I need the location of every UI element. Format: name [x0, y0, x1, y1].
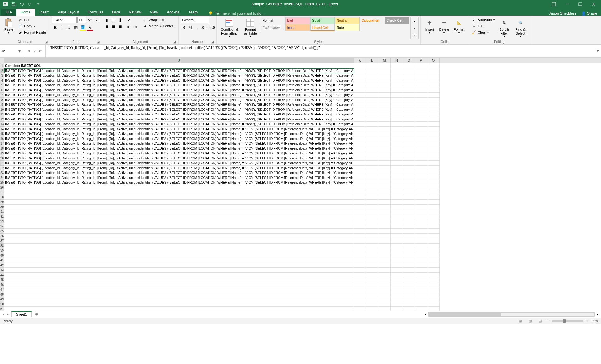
cell-K18[interactable] — [354, 146, 366, 151]
cell-K47[interactable] — [354, 287, 366, 292]
cell-Q50[interactable] — [427, 302, 440, 307]
accounting-button[interactable]: $ — [181, 24, 187, 31]
cell-K51[interactable] — [354, 307, 366, 311]
cell-O23[interactable] — [403, 170, 415, 175]
cell-K17[interactable] — [354, 141, 366, 146]
row-header-35[interactable]: 35 — [0, 229, 4, 234]
cell-P2[interactable] — [415, 68, 427, 73]
row-header-25[interactable]: 25 — [0, 180, 4, 185]
cell-M28[interactable] — [378, 195, 391, 200]
cell-J46[interactable] — [4, 282, 354, 287]
cell-Q51[interactable] — [427, 307, 440, 311]
cell-J18[interactable]: INSERT INTO [RATING] (Location_Id, Categ… — [4, 146, 354, 151]
cell-Q38[interactable] — [427, 244, 440, 249]
cell-K39[interactable] — [354, 248, 366, 253]
cell-N32[interactable] — [391, 214, 403, 219]
row-header-10[interactable]: 10 — [0, 107, 4, 112]
cell-P26[interactable] — [415, 185, 427, 190]
cell-O47[interactable] — [403, 287, 415, 292]
cell-L13[interactable] — [366, 122, 378, 127]
zoom-out-button[interactable]: − — [547, 319, 549, 323]
cell-J36[interactable] — [4, 234, 354, 239]
fill-color-button[interactable]: 🪣 — [80, 24, 86, 31]
cell-K2[interactable] — [354, 68, 366, 73]
cell-P1[interactable] — [415, 63, 427, 68]
cell-L41[interactable] — [366, 258, 378, 263]
cell-O45[interactable] — [403, 277, 415, 282]
row-header-36[interactable]: 36 — [0, 234, 4, 239]
cell-O30[interactable] — [403, 205, 415, 210]
cell-Q28[interactable] — [427, 195, 440, 200]
cell-N28[interactable] — [391, 195, 403, 200]
cell-P37[interactable] — [415, 238, 427, 244]
column-header-Q[interactable]: Q — [427, 58, 440, 63]
cell-P49[interactable] — [415, 297, 427, 302]
cell-O8[interactable] — [403, 98, 415, 103]
tab-data[interactable]: Data — [108, 9, 124, 16]
cell-M21[interactable] — [378, 161, 391, 166]
hscroll-thumb[interactable] — [429, 313, 501, 316]
cell-L31[interactable] — [366, 209, 378, 214]
cell-N46[interactable] — [391, 282, 403, 287]
cell-L51[interactable] — [366, 307, 378, 311]
row-header-15[interactable]: 15 — [0, 131, 4, 136]
hscroll-right[interactable]: ▸ — [595, 312, 600, 316]
cell-P17[interactable] — [415, 141, 427, 146]
cell-Q49[interactable] — [427, 297, 440, 302]
align-right-button[interactable]: ≡ — [117, 24, 123, 30]
cell-P12[interactable] — [415, 117, 427, 122]
cell-L33[interactable] — [366, 219, 378, 224]
fx-button[interactable]: fx — [39, 49, 42, 53]
cell-Q30[interactable] — [427, 205, 440, 210]
cell-K36[interactable] — [354, 234, 366, 239]
hscroll-track[interactable] — [428, 312, 595, 317]
cell-O37[interactable] — [403, 238, 415, 244]
cell-N39[interactable] — [391, 248, 403, 253]
cell-Q46[interactable] — [427, 282, 440, 287]
cell-N26[interactable] — [391, 185, 403, 190]
cell-K8[interactable] — [354, 98, 366, 103]
cell-N3[interactable] — [391, 73, 403, 78]
cell-Q37[interactable] — [427, 238, 440, 244]
enter-formula-button[interactable]: ✓ — [33, 49, 36, 53]
cell-M3[interactable] — [378, 73, 391, 78]
cell-L39[interactable] — [366, 248, 378, 253]
cell-J11[interactable]: INSERT INTO [RATING] (Location_Id, Categ… — [4, 112, 354, 117]
cell-K7[interactable] — [354, 93, 366, 98]
zoom-slider[interactable] — [552, 320, 583, 322]
cell-O3[interactable] — [403, 73, 415, 78]
grow-font-button[interactable]: A↑ — [87, 17, 93, 23]
cell-P3[interactable] — [415, 73, 427, 78]
align-top-button[interactable]: ⬆ — [104, 17, 110, 23]
cell-J31[interactable] — [4, 209, 354, 214]
comma-button[interactable]: , — [194, 24, 201, 31]
cell-M44[interactable] — [378, 273, 391, 278]
cell-L14[interactable] — [366, 127, 378, 132]
cell-K50[interactable] — [354, 302, 366, 307]
cell-O1[interactable] — [403, 63, 415, 68]
cell-N40[interactable] — [391, 253, 403, 258]
alignment-launcher[interactable]: ◢ — [173, 40, 176, 44]
cell-O17[interactable] — [403, 141, 415, 146]
cell-Q8[interactable] — [427, 98, 440, 103]
cell-K12[interactable] — [354, 117, 366, 122]
cell-O31[interactable] — [403, 209, 415, 214]
cell-M50[interactable] — [378, 302, 391, 307]
zoom-thumb[interactable] — [563, 319, 566, 323]
cell-O10[interactable] — [403, 107, 415, 112]
tab-insert[interactable]: Insert — [35, 9, 53, 16]
cell-P31[interactable] — [415, 209, 427, 214]
format-painter-button[interactable]: 🖌Format Painter — [17, 29, 48, 35]
view-pagebreak-button[interactable]: ▤ — [537, 318, 544, 324]
worksheet-grid[interactable]: JKLMNOPQ 1234567891011121314151617181920… — [0, 58, 601, 311]
cell-P42[interactable] — [415, 263, 427, 268]
font-color-button[interactable]: A — [87, 24, 93, 31]
bold-button[interactable]: B — [52, 24, 58, 31]
row-header-44[interactable]: 44 — [0, 273, 4, 278]
cell-J13[interactable]: INSERT INTO [RATING] (Location_Id, Categ… — [4, 122, 354, 127]
cell-P15[interactable] — [415, 131, 427, 136]
cell-Q35[interactable] — [427, 229, 440, 234]
cell-P23[interactable] — [415, 170, 427, 175]
zoom-level[interactable]: 85% — [592, 319, 598, 323]
row-header-23[interactable]: 23 — [0, 170, 4, 175]
